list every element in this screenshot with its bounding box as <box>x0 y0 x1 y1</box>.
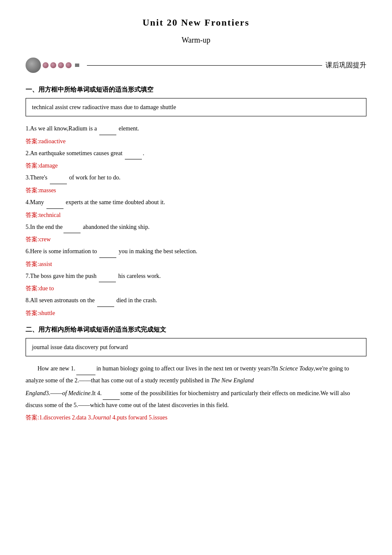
answer-7: 答案:due to <box>26 285 366 292</box>
section1-title: 一、用方框中所给单词或短语的适当形式填空 <box>26 86 366 94</box>
question-1: 1.As we all know,Radium is a element. <box>26 123 366 135</box>
page-subtitle: Warm-up <box>26 36 366 45</box>
question-6: 6.Here is some information to you in mak… <box>26 246 366 258</box>
passage-answer: 答案:1.discoveries 2.data 3.Journal 4.puts… <box>26 414 366 422</box>
passage-text-2: England3.——of Medicine.It 4. some of the… <box>26 388 366 411</box>
answer-1: 答案:radioactive <box>26 138 366 145</box>
answer-2: 答案:damage <box>26 162 366 170</box>
passage-text: How are new 1. in human biology going to… <box>26 363 366 386</box>
question-5: 5.In the end the abandoned the sinking s… <box>26 222 366 234</box>
section2-wordbox: journal issue data discovery put forward <box>26 338 366 356</box>
question-2: 2.An earthquake sometimes causes great . <box>26 148 366 160</box>
header-decoration: 课后巩固提升 <box>26 58 366 73</box>
answer-3: 答案:masses <box>26 187 366 194</box>
answer-4: 答案:technical <box>26 211 366 219</box>
question-8: 8.All seven astronauts on the died in th… <box>26 295 366 307</box>
section2-title: 二、用方框内所给单词或短语的适当形式完成短文 <box>26 326 366 334</box>
question-7: 7.The boss gave him the push his careles… <box>26 271 366 283</box>
answer-6: 答案:assist <box>26 260 366 268</box>
page-title: Unit 20 New Frontiers <box>26 17 366 28</box>
answer-5: 答案:crew <box>26 236 366 243</box>
section1-wordbox: technical assist crew radioactive mass d… <box>26 98 366 116</box>
answer-8: 答案:shuttle <box>26 309 366 317</box>
question-3: 3.There's of work for her to do. <box>26 172 366 184</box>
header-label: 课后巩固提升 <box>326 61 366 70</box>
question-4: 4.Many experts at the same time doubted … <box>26 197 366 209</box>
